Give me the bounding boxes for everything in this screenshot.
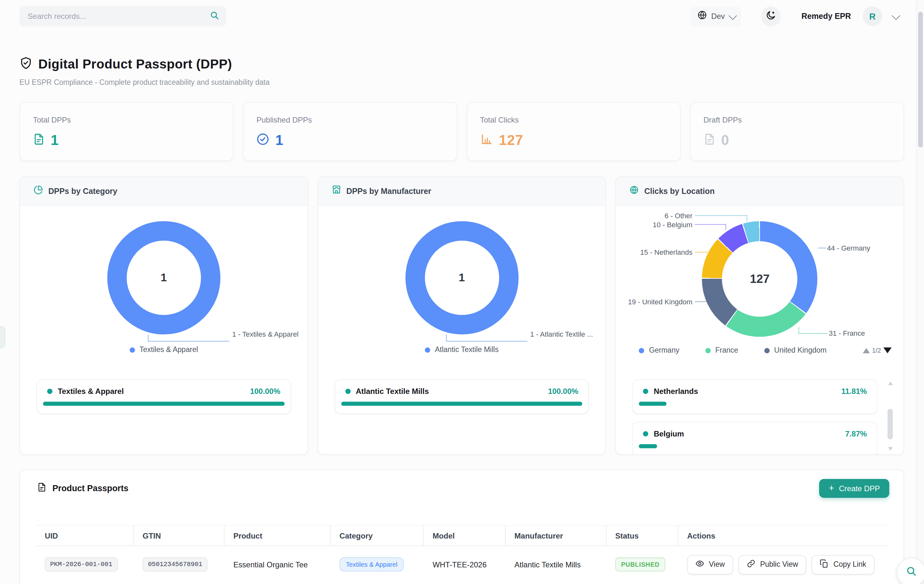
page-content: Digital Product Passport (DPP) EU ESPR C…	[0, 56, 924, 584]
bar-chart-icon	[480, 133, 493, 148]
callout-belgium: 10 - Belgium	[653, 220, 693, 229]
create-dpp-button[interactable]: + Create DPP	[820, 479, 889, 498]
product-name: Essential Organic Tee	[233, 560, 308, 569]
floating-search-button[interactable]	[897, 558, 924, 584]
chart-card-manufacturer: DPPs by Manufacturer 1 1 - Atlantic Text…	[317, 176, 606, 455]
chart-card-location: Clicks by Location 127 6 - Other 10 - Be…	[615, 176, 904, 455]
search-input[interactable]	[26, 11, 210, 21]
stats-row: Total DPPs 1 Published DPPs 1	[20, 102, 904, 161]
column-header-gtin[interactable]: GTIN	[134, 525, 224, 546]
legend-item-united-kingdom[interactable]: United Kingdom	[764, 346, 827, 354]
table-row[interactable]: PKM-2026-001-001 05012345678901 Essentia…	[36, 546, 887, 583]
storefront-icon	[332, 185, 341, 197]
callout-line	[695, 224, 726, 230]
chart-body: 1 1 - Textiles & Apparel Textiles & Appa…	[20, 206, 308, 454]
chart-body: 1 1 - Atlantic Textile ... Atlantic Text…	[318, 206, 606, 454]
callout-germany: 44 - Germany	[827, 244, 870, 253]
chart-legend[interactable]: Atlantic Textile Mills	[318, 346, 606, 354]
document-icon	[37, 482, 46, 495]
public-view-label: Public View	[760, 560, 798, 569]
section-title: Product Passports	[53, 483, 129, 493]
location-legend: Germany France United Kingdom	[639, 346, 892, 354]
stat-value: 1	[51, 132, 59, 149]
avatar[interactable]: R	[863, 7, 882, 26]
list-percent: 100.00%	[250, 387, 280, 396]
stat-label: Published DPPs	[256, 116, 444, 124]
legend-page-up-icon[interactable]	[863, 348, 870, 353]
callout-line	[799, 328, 827, 334]
left-edge-tab[interactable]	[0, 326, 5, 348]
stat-label: Total DPPs	[33, 116, 220, 124]
plus-icon: +	[829, 483, 834, 493]
legend-item-france[interactable]: France	[705, 346, 738, 354]
legend-label: Textiles & Apparel	[139, 346, 198, 354]
progress-bar	[341, 402, 582, 406]
globe-icon	[630, 185, 639, 197]
scrollbar-thumb[interactable]	[918, 12, 923, 147]
callout-line	[695, 252, 708, 253]
dark-mode-toggle[interactable]	[761, 6, 781, 26]
legend-label: Atlantic Textile Mills	[435, 346, 498, 354]
stat-card-total-dpps: Total DPPs 1	[20, 102, 234, 161]
table-header-row: UID GTIN Product Category Model Manufact…	[36, 525, 887, 546]
legend-page-down-icon[interactable]	[883, 347, 892, 353]
model-name: WHT-TEE-2026	[432, 560, 487, 569]
location-list-item: Netherlands 11.81%	[632, 379, 877, 414]
scrollbar-thumb[interactable]	[888, 409, 893, 439]
location-percent-list[interactable]: Netherlands 11.81% Belgium 7.87%	[632, 379, 877, 454]
column-header-model[interactable]: Model	[424, 525, 505, 546]
list-label: Netherlands	[654, 387, 698, 396]
status-badge: PUBLISHED	[615, 558, 665, 571]
manufacturer-name: Atlantic Textile Mills	[515, 560, 581, 569]
avatar-initial: R	[870, 11, 876, 21]
document-icon	[33, 133, 45, 148]
public-view-button[interactable]: Public View	[738, 555, 806, 574]
view-label: View	[709, 560, 725, 569]
view-button[interactable]: View	[687, 555, 733, 574]
page-scrollbar[interactable]	[916, 0, 924, 584]
location-list-item: Belgium 7.87%	[632, 422, 877, 454]
column-header-category[interactable]: Category	[331, 525, 424, 546]
user-menu-chevron-icon[interactable]	[892, 11, 900, 20]
chart-legend[interactable]: Textiles & Apparel	[20, 346, 308, 354]
chart-title: DPPs by Manufacturer	[346, 187, 431, 195]
column-header-manufacturer[interactable]: Manufacturer	[505, 525, 606, 546]
callout-line	[148, 334, 229, 341]
column-header-uid[interactable]: UID	[36, 525, 134, 546]
column-header-product[interactable]: Product	[224, 525, 331, 546]
legend-label: United Kingdom	[774, 346, 827, 354]
globe-icon	[697, 10, 707, 22]
search-box[interactable]	[20, 6, 226, 26]
legend-dot	[705, 348, 711, 353]
product-passports-section: Product Passports + Create DPP UID GTIN …	[20, 470, 904, 584]
charts-row: DPPs by Category 1 1 - Textiles & Appare…	[20, 176, 904, 455]
stat-label: Total Clicks	[480, 116, 667, 124]
copy-link-button[interactable]: Copy Link	[812, 555, 874, 574]
column-header-status[interactable]: Status	[607, 525, 678, 546]
stat-value: 1	[275, 132, 284, 149]
section-header: Product Passports + Create DPP	[20, 470, 904, 498]
pie-chart-icon	[33, 185, 43, 197]
scroll-down-icon[interactable]	[888, 447, 893, 450]
environment-label: Dev	[711, 12, 725, 21]
category-badge: Textiles & Apparel	[340, 558, 404, 571]
scroll-up-icon[interactable]	[888, 382, 893, 385]
link-icon	[747, 559, 756, 569]
list-scrollbar[interactable]	[888, 382, 893, 451]
callout-label: 1 - Atlantic Textile ...	[530, 330, 593, 339]
list-percent: 100.00%	[548, 387, 578, 396]
legend-item-germany[interactable]: Germany	[639, 346, 680, 354]
manufacturer-list-item: Atlantic Textile Mills 100.00%	[335, 379, 589, 414]
brand-name: Remedy EPR	[802, 12, 851, 21]
copy-icon	[820, 559, 829, 569]
list-percent: 7.87%	[845, 429, 867, 438]
environment-selector[interactable]: Dev	[691, 6, 741, 26]
chart-header: DPPs by Manufacturer	[318, 177, 606, 206]
callout-label: 1 - Textiles & Apparel	[232, 330, 298, 339]
search-icon[interactable]	[210, 10, 219, 22]
callout-uk: 19 - United Kingdom	[628, 298, 693, 306]
copy-link-label: Copy Link	[833, 560, 866, 569]
list-label: Textiles & Apparel	[58, 387, 124, 396]
chevron-down-icon	[729, 11, 737, 20]
donut-center-value: 1	[160, 271, 167, 285]
